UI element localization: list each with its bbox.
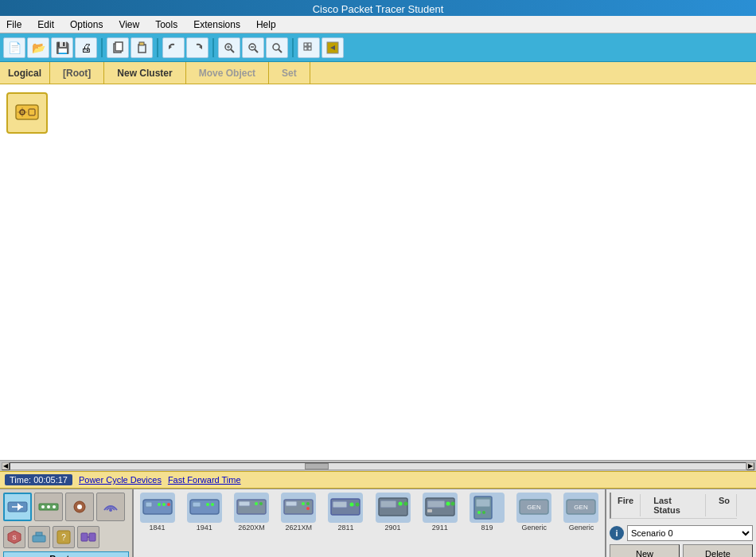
scrollbar-track[interactable] bbox=[10, 462, 746, 470]
scenario-header: i Scenario 0 bbox=[610, 525, 753, 541]
custom-view-button[interactable] bbox=[321, 37, 344, 58]
svg-rect-55 bbox=[239, 501, 250, 506]
toolbar: 📄 📂 💾 🖨 bbox=[0, 33, 756, 62]
separator-2 bbox=[157, 38, 158, 57]
menu-bar: File Edit Options View Tools Extensions … bbox=[0, 16, 756, 33]
title-bar: Cisco Packet Tracer Student bbox=[0, 0, 756, 16]
paste-button[interactable] bbox=[131, 37, 153, 58]
separator-3 bbox=[212, 38, 214, 57]
menu-edit[interactable]: Edit bbox=[34, 18, 57, 31]
device-1841[interactable]: 1841 bbox=[135, 493, 179, 532]
svg-point-61 bbox=[306, 502, 310, 505]
device-generic-2[interactable]: GEN Generic bbox=[559, 493, 603, 532]
scrollbar-thumb[interactable] bbox=[305, 463, 329, 469]
menu-options[interactable]: Options bbox=[67, 18, 106, 31]
svg-rect-1 bbox=[115, 42, 123, 51]
routers-label: Routers bbox=[3, 551, 129, 557]
cat-routers[interactable] bbox=[3, 493, 32, 521]
svg-point-52 bbox=[206, 503, 209, 506]
svg-point-47 bbox=[158, 503, 161, 506]
scroll-right-button[interactable]: ▶ bbox=[746, 462, 754, 470]
copy-button[interactable] bbox=[107, 37, 129, 58]
svg-point-74 bbox=[450, 502, 454, 506]
ws-root-button[interactable]: [Root] bbox=[50, 62, 104, 84]
info-icon[interactable]: i bbox=[610, 526, 624, 540]
svg-rect-72 bbox=[427, 501, 445, 508]
device-generic-1[interactable]: GEN Generic bbox=[512, 493, 556, 532]
device-img-2620xm bbox=[234, 493, 269, 523]
scrollbar-area: ◀ ▶ bbox=[0, 460, 756, 471]
svg-line-11 bbox=[255, 49, 258, 53]
workspace-toolbar: Logical [Root] New Cluster Move Object S… bbox=[0, 62, 756, 84]
cluster-icon[interactable] bbox=[6, 92, 48, 134]
scenario-select[interactable]: Scenario 0 bbox=[627, 525, 753, 541]
ws-set-button[interactable]: Set bbox=[269, 62, 310, 84]
svg-text:GEN: GEN bbox=[528, 504, 542, 511]
device-2911[interactable]: 2911 bbox=[418, 493, 462, 532]
menu-help[interactable]: Help bbox=[253, 18, 279, 31]
device-label-generic-2: Generic bbox=[569, 524, 594, 532]
zoom-cursor-button[interactable] bbox=[218, 37, 240, 58]
device-label-2621xm: 2621XM bbox=[285, 524, 312, 532]
canvas-area bbox=[0, 84, 756, 460]
open-button[interactable]: 📂 bbox=[27, 37, 49, 58]
device-label-generic-1: Generic bbox=[521, 524, 547, 532]
search-button[interactable] bbox=[266, 37, 288, 58]
svg-point-13 bbox=[273, 44, 279, 50]
last-status-label: Last Status bbox=[647, 494, 706, 516]
device-img-1841 bbox=[140, 493, 175, 523]
cat-hubs[interactable] bbox=[65, 493, 94, 521]
device-img-2621xm bbox=[281, 493, 316, 523]
menu-view[interactable]: View bbox=[115, 18, 142, 31]
device-2620xm[interactable]: 2620XM bbox=[229, 493, 273, 532]
svg-rect-42 bbox=[81, 533, 88, 541]
undo-button[interactable] bbox=[162, 37, 185, 58]
device-label-2811: 2811 bbox=[337, 524, 353, 532]
device-img-2911 bbox=[423, 493, 458, 523]
svg-text:S: S bbox=[12, 534, 16, 541]
title-text: Cisco Packet Tracer Student bbox=[313, 3, 444, 15]
cat-switches[interactable] bbox=[34, 493, 63, 521]
cat-wireless[interactable] bbox=[96, 493, 125, 521]
svg-point-30 bbox=[41, 505, 45, 508]
svg-point-60 bbox=[302, 502, 305, 505]
device-2901[interactable]: 2901 bbox=[371, 493, 415, 532]
grid-button[interactable] bbox=[298, 37, 320, 58]
menu-tools[interactable]: Tools bbox=[152, 18, 181, 31]
ws-new-cluster-button[interactable]: New Cluster bbox=[104, 62, 185, 84]
device-label-1941: 1941 bbox=[197, 524, 212, 532]
device-img-2901 bbox=[376, 493, 411, 523]
ws-logical-button[interactable]: Logical bbox=[0, 62, 50, 84]
device-2811[interactable]: 2811 bbox=[324, 493, 368, 532]
svg-point-62 bbox=[306, 507, 310, 510]
svg-rect-77 bbox=[476, 499, 490, 507]
svg-point-70 bbox=[403, 502, 407, 506]
svg-point-35 bbox=[109, 508, 112, 512]
device-819[interactable]: 819 bbox=[465, 493, 509, 532]
menu-file[interactable]: File bbox=[3, 18, 25, 31]
device-1941[interactable]: 1941 bbox=[182, 493, 226, 532]
menu-extensions[interactable]: Extensions bbox=[190, 18, 244, 31]
new-button[interactable]: 📄 bbox=[3, 37, 25, 58]
svg-point-32 bbox=[53, 505, 56, 508]
power-cycle-link[interactable]: Power Cycle Devices bbox=[79, 475, 162, 485]
cat-custom[interactable]: ? bbox=[53, 526, 75, 548]
print-button[interactable]: 🖨 bbox=[75, 37, 97, 58]
new-scenario-button[interactable]: New bbox=[610, 544, 680, 557]
svg-point-31 bbox=[47, 505, 50, 508]
hand-tool-button[interactable] bbox=[242, 37, 264, 58]
cat-security[interactable]: S bbox=[3, 526, 25, 548]
ws-move-object-button[interactable]: Move Object bbox=[186, 62, 269, 84]
svg-point-65 bbox=[350, 503, 354, 507]
cat-multiuser[interactable] bbox=[77, 526, 99, 548]
save-button[interactable]: 💾 bbox=[51, 37, 73, 58]
svg-rect-39 bbox=[36, 532, 42, 536]
redo-button[interactable] bbox=[186, 37, 208, 58]
svg-point-53 bbox=[211, 503, 214, 506]
delete-scenario-button[interactable]: Delete bbox=[683, 544, 753, 557]
scroll-left-button[interactable]: ◀ bbox=[2, 462, 10, 470]
cat-wan[interactable] bbox=[28, 526, 50, 548]
device-2621xm[interactable]: 2621XM bbox=[277, 493, 321, 532]
device-img-2811 bbox=[328, 493, 363, 523]
fast-forward-link[interactable]: Fast Forward Time bbox=[168, 475, 241, 485]
